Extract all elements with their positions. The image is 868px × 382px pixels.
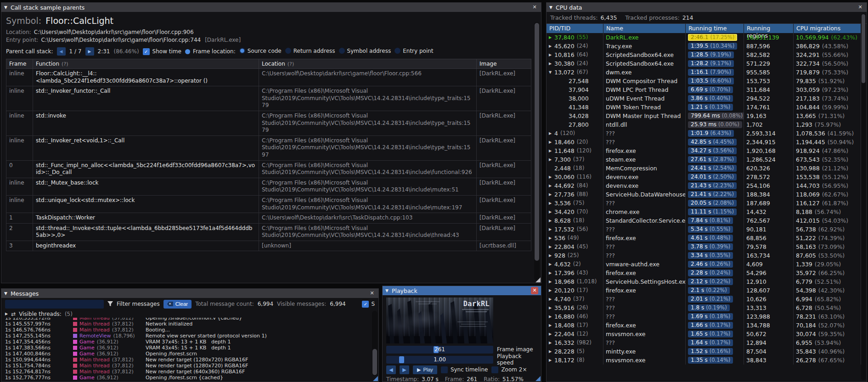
messages-titlebar[interactable]: ▼ Messages ✕	[1, 289, 378, 298]
prev-parent-button[interactable]: ◀	[57, 47, 66, 56]
cpu-process-row[interactable]: ▶7,300(37)steam.exe27.61 s(2.87%)1,286,5…	[547, 155, 861, 164]
expand-icon[interactable]: ▶	[549, 146, 554, 155]
expand-icon[interactable]: ▶	[549, 303, 554, 312]
cpu-process-row[interactable]: 34,028DWM Master Input Thread799.64 ms(0…	[547, 112, 861, 120]
cpu-process-row[interactable]: ▶34,420(70)chrome.exe11.11 s(1.15%)14,43…	[547, 208, 861, 216]
cpu-process-row[interactable]: 27,548DWM Compositor Thread1:03.5(6.60%)…	[547, 77, 861, 85]
cpu-titlebar[interactable]: ▼ CPU data ✕	[547, 3, 867, 12]
cpu-process-row[interactable]: ▶28,228(5)mintty.exe1.52 s(0.16%)87,5043…	[547, 347, 861, 356]
expand-icon[interactable]: ▶	[549, 51, 554, 59]
help-icon[interactable]: (?)	[62, 61, 68, 67]
frame-location-option[interactable]: Source code	[239, 48, 282, 54]
messages-extra-checkbox[interactable]: ✓ S	[362, 301, 375, 308]
message-row[interactable]: 1s 147,354,456nsGame(36,912)VRAM 37x45: …	[5, 339, 375, 345]
message-row[interactable]: 1s 152,776,777nsGame(36,912)Opening /for…	[5, 375, 375, 381]
message-row[interactable]: 1s 145,557,997nsMain thread(37,812)Netwo…	[5, 321, 375, 327]
callstack-frame-row[interactable]: inlinestd::invokeC:\Program Files (x86)\…	[6, 111, 531, 135]
cpu-process-row[interactable]: ▶11,648(120)firefox.exe34.27 s(3.56%)1,9…	[547, 146, 861, 155]
expand-icon[interactable]: ▶	[549, 330, 554, 338]
show-time-checkbox[interactable]: ✓ Show time	[143, 48, 181, 55]
next-frame-button[interactable]: ▶	[400, 365, 409, 374]
resize-grip[interactable]	[373, 376, 378, 381]
frame-location-option[interactable]: Return address	[285, 48, 335, 54]
expand-icon[interactable]: ▶	[549, 286, 554, 295]
prev-frame-button[interactable]: ◀	[386, 365, 396, 374]
cpu-process-row[interactable]: 27,800ntdll.dll25.93 ms(0.00%)1,7021,293…	[547, 120, 861, 129]
callstack-frame-row[interactable]: inlinestd::unique_lock<std::mutex>::lock…	[6, 195, 531, 213]
cpu-process-row[interactable]: ▶18,968(1,018)ServiceHub.SettingsHost.ex…	[547, 277, 861, 286]
help-icon[interactable]: (?)	[287, 61, 294, 67]
callstack-frame-row[interactable]: 1TaskDispatch::WorkerC:\Users\wolf\Deskt…	[6, 213, 531, 224]
tree-collapsed-icon[interactable]: ▶	[5, 312, 8, 316]
callstack-frame-row[interactable]: inlinestd::_Mutex_base::lockC:\Program F…	[6, 178, 531, 195]
close-icon[interactable]: ✕	[531, 287, 538, 294]
expand-icon[interactable]: ▶	[549, 312, 554, 321]
cpu-process-row[interactable]: ▶4(120)???1:01.9(6.43%)2,593,3141,078,53…	[547, 129, 861, 138]
expand-icon[interactable]: ▶	[549, 347, 554, 356]
collapse-icon[interactable]: ▼	[385, 288, 389, 293]
playback-speed-slider[interactable]: 1.00	[386, 356, 493, 364]
message-row[interactable]: 1s 152,764,817nsMain thread(37,812)New r…	[5, 369, 375, 375]
filter-input[interactable]	[5, 300, 104, 309]
expand-icon[interactable]: ▶	[549, 42, 554, 51]
cpu-process-row[interactable]: ▶10,816(64)ScriptedSandbox64.exe1:28.5(9…	[547, 51, 861, 59]
cpu-process-row[interactable]: ▶22,404(12)msvsmon.exe1.65 s(0.17%)50,67…	[547, 330, 861, 338]
collapse-icon[interactable]: ▼	[549, 5, 552, 10]
cpu-process-row[interactable]: ▶30,060(116)devenv.exe24.01 s(2.50%)278,…	[547, 173, 861, 181]
expand-icon[interactable]: ▶	[549, 208, 554, 216]
frame-location-option[interactable]: Symbol address	[339, 48, 391, 54]
shuffle-icon[interactable]: ⇄	[11, 311, 16, 317]
expand-icon[interactable]: ▶	[549, 129, 554, 138]
column-header-running-regions[interactable]: Running regions	[744, 24, 794, 33]
cpu-process-row[interactable]: ▶30,380(24)ScriptedSandbox64.exe1:28.2(9…	[547, 59, 861, 68]
cpu-process-row[interactable]: 2,448(18)MemCompression24.41 s(2.54%)620…	[547, 164, 861, 173]
messages-scrollbar[interactable]	[372, 311, 378, 376]
clear-button[interactable]: ✕ Clear	[163, 300, 192, 309]
next-parent-button[interactable]: ▶	[85, 47, 94, 56]
resize-grip[interactable]	[535, 376, 541, 381]
cpu-process-row[interactable]: 37,904DWM LPC Port Thread6.69 s(0.70%)31…	[547, 85, 861, 94]
cpu-process-row[interactable]: ▶17,532(56)???5.34 s(0.55%)90,18156,738(…	[547, 225, 861, 234]
column-header-cpu-migrations[interactable]: CPU migrations	[794, 24, 861, 33]
cpu-process-row[interactable]: ▶4,740(37)???2.01 s(0.21%)10,6266,994(65…	[547, 295, 861, 303]
cpu-process-row[interactable]: 38,000uDWM Event Thread3.86 s(0.40%)294,…	[547, 94, 861, 103]
expand-icon[interactable]: ▶	[549, 295, 554, 303]
cpu-process-row[interactable]: ▶22,804(45)???3.78 s(0.39%)79,57858,163(…	[547, 242, 861, 251]
column-header-pid-tid[interactable]: PID/TID	[547, 24, 603, 33]
cpu-process-row[interactable]: ▶4,632(2)vmware-authd.exe2.46 s(0.26%)4,…	[547, 260, 861, 269]
close-icon[interactable]: ✕	[368, 290, 376, 297]
expand-icon[interactable]: ▶	[549, 190, 554, 199]
playback-titlebar[interactable]: ▼ Playback ✕	[383, 286, 541, 295]
message-row[interactable]: 1s 152,912,997nsGame(36,912)Opening /met…	[5, 381, 375, 382]
expand-icon[interactable]: ▶	[549, 216, 554, 225]
frame-image-slider[interactable]: 261	[386, 346, 493, 354]
cpu-process-row[interactable]: ▶18,172(8)msvsmon.exe1.35 s(0.14%)38,843…	[547, 356, 861, 365]
expand-icon[interactable]: ▶	[549, 242, 554, 251]
cpu-process-row[interactable]: ▼13,072(67)dwm.exe1:16.1(7.90%)955,58571…	[547, 68, 861, 77]
column-header-name[interactable]: Name	[603, 24, 686, 33]
message-row[interactable]: 1s 147,255,145nsRemoteView(18,796)Remote…	[5, 333, 375, 339]
message-row[interactable]: 1s 151,754,784nsMain thread(37,812)New r…	[5, 363, 375, 369]
cpu-process-row[interactable]: 41,348DWM Token Thread1.21 s(0.13%)174,7…	[547, 103, 861, 112]
callstack-frame-row[interactable]: 0std::_Func_impl_no_alloc<<lambda_5bc224…	[6, 160, 531, 178]
collapse-icon[interactable]: ▼	[4, 291, 7, 296]
expand-icon[interactable]: ▶	[549, 260, 554, 269]
expand-icon[interactable]: ▶	[549, 138, 554, 146]
expand-icon[interactable]: ▶	[549, 234, 554, 242]
callstack-frame-row[interactable]: 3beginthreadex[unknown][ucrtbase.dll]	[6, 241, 531, 251]
sync-timeline-checkbox[interactable]: Sync timeline	[441, 366, 488, 373]
message-row[interactable]: 1s 150,994,644nsMain thread(37,812)New r…	[5, 357, 375, 363]
expand-icon[interactable]: ▶	[549, 321, 554, 330]
cpu-process-row[interactable]: ▶27,736(88)ServiceHub.DataWarehouse21.41…	[547, 190, 861, 199]
expand-icon[interactable]: ▶	[549, 225, 554, 234]
message-row[interactable]: 1s 120,335,272nsMain thread(37,812)Openi…	[5, 318, 375, 321]
cpu-process-row[interactable]: ▶18,460(20)???42.85 s(4.45%)2,344,9151,1…	[547, 138, 861, 146]
expand-icon[interactable]: ▶	[549, 199, 554, 208]
expand-icon[interactable]: ▶	[549, 59, 554, 68]
cpu-process-row[interactable]: ▶17,396(43)firefox.exe2.28 s(0.24%)54,29…	[547, 269, 861, 277]
close-icon[interactable]: ✕	[857, 4, 864, 11]
cpu-scrollbar[interactable]	[861, 13, 866, 380]
cpu-process-row[interactable]: ▶37,840(55)DarkRL.exe2:46.1(17.25%)16,93…	[547, 33, 861, 42]
expand-icon[interactable]: ▶	[549, 356, 554, 365]
cpu-process-row[interactable]: ▶928(25)???3.34 s(0.35%)163,73487,605(53…	[547, 251, 861, 260]
